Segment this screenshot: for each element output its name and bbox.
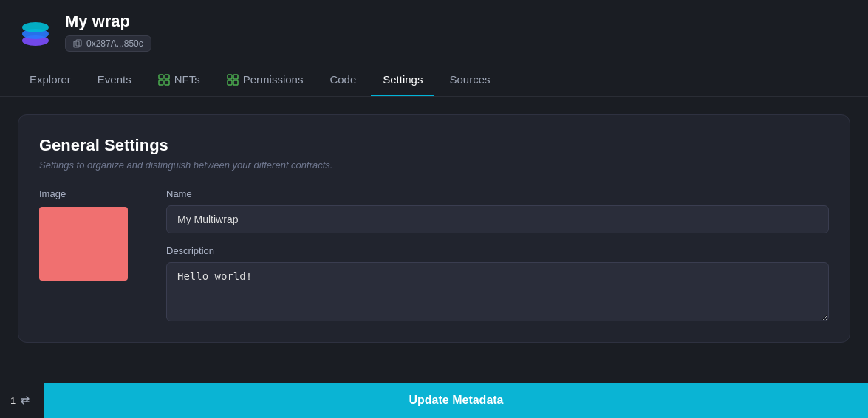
swap-icon <box>20 395 30 405</box>
main-content: General Settings Settings to organize an… <box>0 97 868 377</box>
nav-item-code[interactable]: Code <box>318 64 368 96</box>
svg-rect-8 <box>165 80 169 85</box>
address-badge[interactable]: 0x287A...850c <box>65 35 151 52</box>
svg-point-2 <box>22 22 49 32</box>
settings-subtitle: Settings to organize and distinguish bet… <box>39 160 829 171</box>
form-section: Name Description Hello world! <box>166 188 829 321</box>
main-nav: Explorer Events NFTs Permissions Code <box>0 64 868 97</box>
nav-label-explorer: Explorer <box>30 73 71 86</box>
svg-rect-12 <box>233 80 238 85</box>
nav-label-permissions: Permissions <box>243 73 304 86</box>
nav-item-settings[interactable]: Settings <box>371 64 434 96</box>
nav-label-nfts: NFTs <box>174 73 200 86</box>
description-group: Description Hello world! <box>166 245 829 321</box>
network-number: 1 <box>10 395 16 406</box>
name-input[interactable] <box>166 205 829 233</box>
network-indicator[interactable]: 1 <box>0 383 44 418</box>
nav-item-permissions[interactable]: Permissions <box>215 64 315 96</box>
header: My wrap 0x287A...850c <box>0 0 868 64</box>
copy-icon <box>73 39 82 48</box>
svg-rect-6 <box>165 75 169 79</box>
nav-item-events[interactable]: Events <box>86 64 143 96</box>
settings-card: General Settings Settings to organize an… <box>18 114 850 343</box>
header-info: My wrap 0x287A...850c <box>65 12 151 52</box>
name-group: Name <box>166 188 829 233</box>
settings-body: Image Name Description Hello world! <box>39 188 829 321</box>
svg-rect-9 <box>228 75 232 79</box>
nav-label-code: Code <box>329 73 356 86</box>
image-label: Image <box>39 188 143 199</box>
nav-label-events: Events <box>98 73 131 86</box>
description-textarea[interactable]: Hello world! <box>166 262 829 321</box>
settings-title: General Settings <box>39 136 829 155</box>
footer-bar: 1 Update Metadata <box>0 383 868 418</box>
svg-rect-7 <box>159 80 163 85</box>
svg-rect-5 <box>159 75 163 79</box>
svg-rect-10 <box>233 75 238 79</box>
grid-icon-permissions <box>227 74 239 86</box>
app-title: My wrap <box>65 12 151 31</box>
nav-item-nfts[interactable]: NFTs <box>146 64 212 96</box>
nav-item-sources[interactable]: Sources <box>437 64 502 96</box>
nav-item-explorer[interactable]: Explorer <box>18 64 83 96</box>
image-placeholder[interactable] <box>39 207 128 281</box>
name-label: Name <box>166 188 829 199</box>
address-text: 0x287A...850c <box>86 38 143 49</box>
nav-label-settings: Settings <box>383 73 423 86</box>
grid-icon-nfts <box>158 74 170 86</box>
app-logo <box>18 14 53 49</box>
update-metadata-button[interactable]: Update Metadata <box>44 383 868 418</box>
nav-label-sources: Sources <box>449 73 490 86</box>
description-label: Description <box>166 245 829 256</box>
image-section: Image <box>39 188 143 321</box>
svg-rect-11 <box>228 80 232 85</box>
